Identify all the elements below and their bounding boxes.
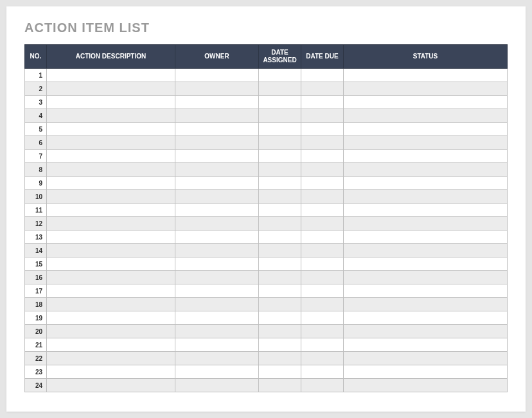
cell-description[interactable] bbox=[47, 352, 175, 365]
cell-owner[interactable] bbox=[175, 284, 259, 298]
cell-status[interactable] bbox=[344, 244, 508, 257]
cell-owner[interactable] bbox=[175, 177, 259, 190]
cell-description[interactable] bbox=[47, 150, 175, 163]
cell-status[interactable] bbox=[344, 82, 508, 96]
cell-description[interactable] bbox=[47, 365, 175, 379]
cell-date-due[interactable] bbox=[301, 338, 344, 352]
cell-description[interactable] bbox=[47, 109, 175, 123]
cell-date-due[interactable] bbox=[301, 217, 344, 231]
cell-owner[interactable] bbox=[175, 204, 259, 217]
cell-date-due[interactable] bbox=[301, 177, 344, 190]
cell-status[interactable] bbox=[344, 163, 508, 177]
cell-status[interactable] bbox=[344, 96, 508, 109]
cell-owner[interactable] bbox=[175, 82, 259, 96]
cell-status[interactable] bbox=[344, 204, 508, 217]
cell-description[interactable] bbox=[47, 96, 175, 109]
cell-description[interactable] bbox=[47, 379, 175, 392]
cell-description[interactable] bbox=[47, 69, 175, 82]
cell-date-due[interactable] bbox=[301, 244, 344, 257]
cell-owner[interactable] bbox=[175, 352, 259, 365]
cell-date-assigned[interactable] bbox=[259, 365, 301, 379]
cell-status[interactable] bbox=[344, 352, 508, 365]
cell-date-assigned[interactable] bbox=[259, 379, 301, 392]
cell-owner[interactable] bbox=[175, 365, 259, 379]
cell-status[interactable] bbox=[344, 311, 508, 325]
cell-date-due[interactable] bbox=[301, 123, 344, 136]
cell-description[interactable] bbox=[47, 271, 175, 284]
cell-date-due[interactable] bbox=[301, 82, 344, 96]
cell-status[interactable] bbox=[344, 365, 508, 379]
cell-status[interactable] bbox=[344, 177, 508, 190]
cell-owner[interactable] bbox=[175, 136, 259, 150]
cell-date-assigned[interactable] bbox=[259, 231, 301, 244]
cell-date-due[interactable] bbox=[301, 298, 344, 311]
cell-status[interactable] bbox=[344, 69, 508, 82]
cell-date-due[interactable] bbox=[301, 69, 344, 82]
cell-description[interactable] bbox=[47, 298, 175, 311]
cell-date-assigned[interactable] bbox=[259, 244, 301, 257]
cell-description[interactable] bbox=[47, 257, 175, 271]
cell-date-assigned[interactable] bbox=[259, 163, 301, 177]
cell-date-due[interactable] bbox=[301, 231, 344, 244]
cell-status[interactable] bbox=[344, 217, 508, 231]
cell-description[interactable] bbox=[47, 204, 175, 217]
cell-description[interactable] bbox=[47, 190, 175, 204]
cell-date-due[interactable] bbox=[301, 150, 344, 163]
cell-date-due[interactable] bbox=[301, 271, 344, 284]
cell-date-assigned[interactable] bbox=[259, 257, 301, 271]
cell-owner[interactable] bbox=[175, 338, 259, 352]
cell-date-assigned[interactable] bbox=[259, 217, 301, 231]
cell-description[interactable] bbox=[47, 217, 175, 231]
cell-date-due[interactable] bbox=[301, 311, 344, 325]
cell-date-assigned[interactable] bbox=[259, 82, 301, 96]
cell-date-assigned[interactable] bbox=[259, 136, 301, 150]
cell-status[interactable] bbox=[344, 325, 508, 338]
cell-date-due[interactable] bbox=[301, 284, 344, 298]
cell-status[interactable] bbox=[344, 109, 508, 123]
cell-owner[interactable] bbox=[175, 325, 259, 338]
cell-status[interactable] bbox=[344, 150, 508, 163]
cell-description[interactable] bbox=[47, 244, 175, 257]
cell-date-due[interactable] bbox=[301, 96, 344, 109]
cell-date-due[interactable] bbox=[301, 379, 344, 392]
cell-date-assigned[interactable] bbox=[259, 311, 301, 325]
cell-owner[interactable] bbox=[175, 109, 259, 123]
cell-description[interactable] bbox=[47, 82, 175, 96]
cell-owner[interactable] bbox=[175, 298, 259, 311]
cell-description[interactable] bbox=[47, 136, 175, 150]
cell-description[interactable] bbox=[47, 231, 175, 244]
cell-status[interactable] bbox=[344, 338, 508, 352]
cell-date-due[interactable] bbox=[301, 204, 344, 217]
cell-status[interactable] bbox=[344, 284, 508, 298]
cell-date-assigned[interactable] bbox=[259, 123, 301, 136]
cell-date-due[interactable] bbox=[301, 352, 344, 365]
cell-owner[interactable] bbox=[175, 217, 259, 231]
cell-status[interactable] bbox=[344, 136, 508, 150]
cell-owner[interactable] bbox=[175, 379, 259, 392]
cell-date-due[interactable] bbox=[301, 109, 344, 123]
cell-status[interactable] bbox=[344, 271, 508, 284]
cell-status[interactable] bbox=[344, 190, 508, 204]
cell-description[interactable] bbox=[47, 177, 175, 190]
cell-date-assigned[interactable] bbox=[259, 150, 301, 163]
cell-date-due[interactable] bbox=[301, 136, 344, 150]
cell-date-due[interactable] bbox=[301, 190, 344, 204]
cell-date-assigned[interactable] bbox=[259, 298, 301, 311]
cell-date-assigned[interactable] bbox=[259, 284, 301, 298]
cell-description[interactable] bbox=[47, 163, 175, 177]
cell-owner[interactable] bbox=[175, 311, 259, 325]
cell-owner[interactable] bbox=[175, 69, 259, 82]
cell-date-assigned[interactable] bbox=[259, 271, 301, 284]
cell-date-assigned[interactable] bbox=[259, 69, 301, 82]
cell-date-assigned[interactable] bbox=[259, 177, 301, 190]
cell-owner[interactable] bbox=[175, 257, 259, 271]
cell-owner[interactable] bbox=[175, 244, 259, 257]
cell-status[interactable] bbox=[344, 231, 508, 244]
cell-date-assigned[interactable] bbox=[259, 352, 301, 365]
cell-date-due[interactable] bbox=[301, 325, 344, 338]
cell-date-due[interactable] bbox=[301, 257, 344, 271]
cell-owner[interactable] bbox=[175, 163, 259, 177]
cell-status[interactable] bbox=[344, 257, 508, 271]
cell-owner[interactable] bbox=[175, 190, 259, 204]
cell-owner[interactable] bbox=[175, 271, 259, 284]
